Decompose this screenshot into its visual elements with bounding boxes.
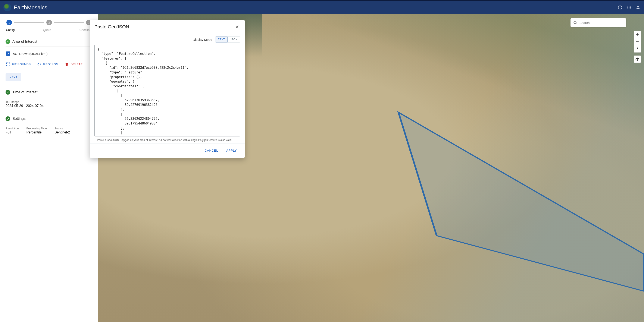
- cancel-button[interactable]: CANCEL: [203, 147, 220, 154]
- mode-text-button[interactable]: TEXT: [215, 36, 228, 42]
- display-mode-row: Display Mode TEXT JSON: [94, 36, 240, 42]
- mode-json-button[interactable]: JSON: [228, 36, 240, 42]
- display-mode-toggle: TEXT JSON: [215, 36, 240, 42]
- geojson-helper: Paste a GeoJSON Polygon as your area of …: [94, 137, 240, 142]
- close-icon[interactable]: [234, 24, 240, 30]
- modal-scrim: Paste GeoJSON Display Mode TEXT JSON Pas…: [0, 0, 644, 322]
- geojson-modal: Paste GeoJSON Display Mode TEXT JSON Pas…: [90, 20, 245, 158]
- geojson-textarea[interactable]: [94, 45, 240, 136]
- modal-header: Paste GeoJSON: [90, 20, 245, 33]
- modal-footer: CANCEL APPLY: [90, 143, 245, 158]
- apply-button[interactable]: APPLY: [224, 147, 238, 154]
- modal-title: Paste GeoJSON: [94, 24, 129, 30]
- modal-body: Display Mode TEXT JSON Paste a GeoJSON P…: [90, 33, 245, 143]
- display-mode-label: Display Mode: [193, 38, 212, 41]
